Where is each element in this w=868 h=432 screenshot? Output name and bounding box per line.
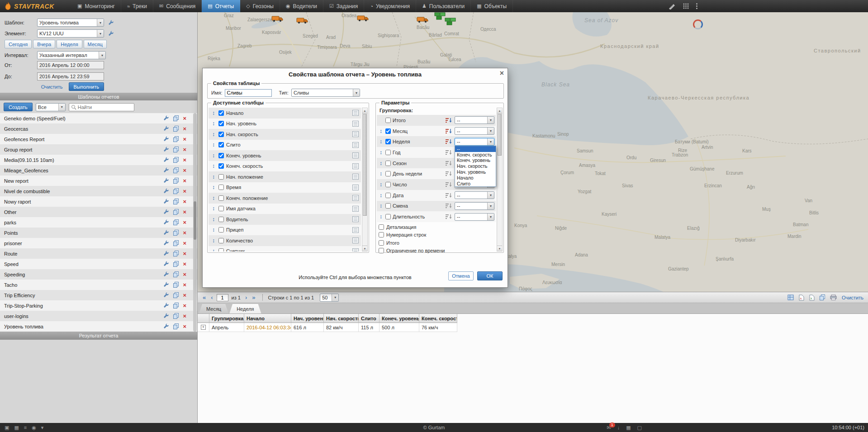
- report-row[interactable]: parks×: [0, 217, 197, 228]
- page-size-select[interactable]: 50▾: [320, 294, 339, 302]
- copy-report-icon[interactable]: [173, 240, 179, 246]
- dropdown-option[interactable]: --: [455, 146, 496, 152]
- report-row[interactable]: Trip Efficiency×: [0, 290, 197, 300]
- report-row[interactable]: Trip-Stop-Parking×: [0, 300, 197, 311]
- edit-report-icon[interactable]: [163, 303, 169, 309]
- template-search-input[interactable]: [78, 104, 132, 110]
- grouping-value-select[interactable]: --▾--Конеч. скоростьКонеч. уровеньНач. с…: [455, 138, 494, 146]
- copy-report-icon[interactable]: [173, 219, 179, 225]
- move-grouping-icon[interactable]: ↕: [378, 214, 384, 220]
- delete-report-icon[interactable]: ×: [183, 199, 186, 204]
- to-date-input[interactable]: [37, 72, 104, 81]
- apps-grid-icon[interactable]: [683, 3, 689, 9]
- quick-range-button[interactable]: Сегодня: [5, 40, 32, 48]
- edit-report-icon[interactable]: [163, 282, 169, 288]
- interval-select[interactable]: Указанный интервал▾: [37, 51, 106, 59]
- nav-reports[interactable]: ▤Отчеты: [202, 0, 240, 12]
- copy-report-icon[interactable]: [173, 282, 179, 288]
- move-grouping-icon[interactable]: ↕: [378, 192, 384, 199]
- grouping-value-select[interactable]: --▾: [455, 191, 494, 199]
- clear-results-button[interactable]: Очистить: [842, 295, 863, 300]
- print-icon[interactable]: [830, 294, 837, 300]
- column-settings-icon[interactable]: [352, 237, 359, 243]
- export-pdf-icon[interactable]: A: [799, 294, 804, 301]
- column-checkbox[interactable]: [218, 248, 224, 252]
- report-row[interactable]: Speed×: [0, 259, 197, 269]
- delete-report-icon[interactable]: ×: [183, 157, 186, 163]
- column-settings-icon[interactable]: [352, 142, 359, 148]
- option-checkbox[interactable]: [379, 224, 384, 230]
- copy-report-icon[interactable]: [173, 157, 179, 163]
- delete-report-icon[interactable]: ×: [183, 136, 186, 142]
- template-settings-icon[interactable]: [108, 20, 114, 26]
- sort-order-icon[interactable]: [446, 193, 453, 198]
- sort-order-icon[interactable]: [446, 139, 453, 144]
- delete-report-icon[interactable]: ×: [183, 147, 186, 152]
- monitor-mini-icon[interactable]: ▣: [5, 425, 9, 430]
- report-row[interactable]: Tacho×: [0, 280, 197, 290]
- grouping-checkbox[interactable]: [385, 161, 391, 166]
- column-checkbox[interactable]: [218, 110, 224, 116]
- nav-notifications[interactable]: ◔Уведомления: [364, 0, 416, 12]
- report-row[interactable]: Points×: [0, 228, 197, 238]
- move-grouping-icon[interactable]: ↕: [378, 149, 384, 156]
- copy-report-icon[interactable]: [173, 167, 179, 173]
- template-filter-select[interactable]: Все▾: [36, 103, 66, 111]
- move-column-icon[interactable]: ↕: [211, 184, 216, 190]
- result-tab[interactable]: Месяц: [199, 304, 228, 313]
- option-checkbox[interactable]: [379, 240, 384, 246]
- move-column-icon[interactable]: ↕: [211, 142, 216, 148]
- column-checkbox[interactable]: [218, 121, 224, 126]
- sort-order-icon[interactable]: [446, 118, 453, 123]
- option-checkbox[interactable]: [379, 232, 384, 237]
- clear-form-button[interactable]: Очистить: [41, 84, 63, 90]
- column-settings-icon[interactable]: [352, 121, 359, 127]
- column-checkbox[interactable]: [218, 217, 224, 222]
- copy-table-icon[interactable]: [820, 294, 825, 300]
- report-row[interactable]: Nowy raport×: [0, 196, 197, 207]
- move-column-icon[interactable]: ↕: [211, 227, 216, 233]
- move-column-icon[interactable]: ↕: [211, 152, 216, 159]
- move-column-icon[interactable]: ↕: [211, 131, 216, 138]
- show-on-map-icon[interactable]: [787, 294, 794, 300]
- grid-mini-icon[interactable]: ▦: [14, 425, 19, 430]
- grouping-value-select[interactable]: --▾: [455, 127, 494, 135]
- column-checkbox[interactable]: [218, 142, 224, 147]
- layers-mini-icon[interactable]: ≡: [24, 425, 27, 430]
- nav-tracks[interactable]: ≈Треки: [121, 0, 153, 12]
- edit-report-icon[interactable]: [163, 126, 169, 132]
- quick-range-button[interactable]: Вчера: [33, 40, 55, 48]
- dropdown-option[interactable]: Конеч. скорость: [455, 152, 496, 158]
- app-logo[interactable]: STAVTRACK: [0, 0, 71, 12]
- copy-report-icon[interactable]: [173, 271, 179, 277]
- delete-report-icon[interactable]: ×: [183, 292, 186, 298]
- apps-mini-icon[interactable]: ▦: [626, 425, 631, 430]
- truck-marker[interactable]: [417, 16, 428, 24]
- dropdown-option[interactable]: Начало: [455, 175, 496, 181]
- last-page-button[interactable]: »: [251, 294, 256, 300]
- delete-report-icon[interactable]: ×: [183, 303, 186, 309]
- edit-report-icon[interactable]: [163, 230, 169, 236]
- edit-report-icon[interactable]: [163, 147, 169, 152]
- grouping-checkbox[interactable]: [385, 139, 391, 144]
- column-settings-icon[interactable]: [352, 131, 359, 137]
- column-settings-icon[interactable]: [352, 110, 359, 116]
- nav-units[interactable]: ▦Объекты: [471, 0, 513, 12]
- edit-report-icon[interactable]: [163, 188, 169, 194]
- report-row[interactable]: Geocercas×: [0, 123, 197, 134]
- nav-jobs[interactable]: ☑Задания: [323, 0, 364, 12]
- delete-report-icon[interactable]: ×: [183, 167, 186, 173]
- quick-range-button[interactable]: Месяц: [84, 40, 107, 48]
- delete-report-icon[interactable]: ×: [183, 188, 186, 194]
- edit-report-icon[interactable]: [163, 136, 169, 142]
- columns-scrollbar[interactable]: ▲▼: [362, 108, 368, 252]
- fullscreen-icon[interactable]: ▢: [637, 425, 642, 430]
- edit-report-icon[interactable]: [163, 167, 169, 173]
- grouping-checkbox[interactable]: [385, 193, 391, 198]
- message-time-link[interactable]: 2016-04-12 06:03:34: [244, 323, 291, 332]
- sort-order-icon[interactable]: [446, 128, 453, 134]
- sort-order-icon[interactable]: [446, 161, 453, 166]
- delete-report-icon[interactable]: ×: [183, 178, 186, 184]
- truck-marker[interactable]: [357, 14, 369, 23]
- move-grouping-icon[interactable]: ↕: [378, 128, 384, 134]
